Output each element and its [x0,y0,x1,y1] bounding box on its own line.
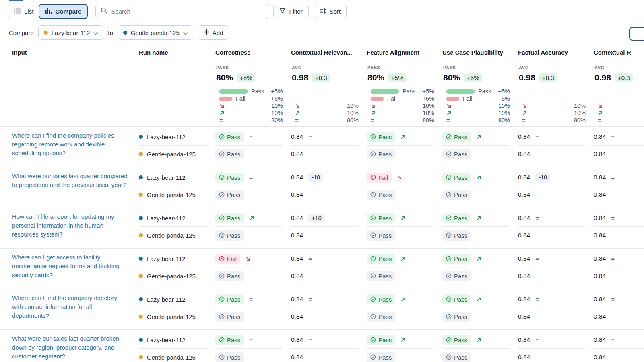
metric-cell-factual-accuracy: 0.84=0.84 [518,210,594,244]
metric-cell-content: 0.84 [518,308,594,325]
legend-fail-row: Fail+5% [443,95,510,102]
comparison-run-dropdown[interactable]: Gentle-panda-125 [118,25,193,40]
list-view-button[interactable]: List [8,4,39,19]
metric-cell-content: Pass [367,227,442,244]
pass-badge: Pass [215,213,244,223]
trend-up-icon [400,134,406,140]
metric-cell-feature-alignment: PassPass [367,250,442,284]
check-circle-icon [219,354,225,360]
input-question-link[interactable]: What were our sales last quarter broken … [12,334,128,361]
input-question-link[interactable]: Where can I find the company directory w… [12,294,128,320]
score-value: 0.84 [594,232,606,239]
metric-cell-content: 0.84= [594,169,644,186]
run-dot [139,297,143,301]
sort-button[interactable]: Sort [314,4,347,19]
compare-to-label: to [108,29,113,36]
check-circle-icon [370,134,376,140]
legend-up-row: 10% [367,109,434,117]
baseline-run-name: Lazy-bear-112 [52,29,90,36]
score-value: 0.84 [594,272,606,280]
metric-cell-content: 0.84= [518,128,594,145]
table-row[interactable]: How can I file a report for updating my … [0,208,644,249]
column-header-correctness: Correctness [215,47,291,56]
metric-cell-use-case-plausibility: PassPass [442,169,518,203]
metric-cell-feature-alignment: PassPass [367,291,442,325]
summary-stat-delta: +0.3 [615,73,633,82]
metric-cell-correctness: Pass=Pass [215,331,291,362]
input-question-link[interactable]: How can I file a report for updating my … [12,212,128,239]
table-row[interactable]: Where can I find the company policies re… [0,127,644,167]
metric-cell-content: Pass [442,169,518,186]
filter-button[interactable]: Filter [273,4,308,19]
table-row[interactable]: What were our sales last quarter compare… [0,167,644,208]
compare-bar-label: Compare [9,29,34,36]
filter-icon [279,8,286,15]
metric-cell-content: Pass= [215,169,291,186]
input-question-link[interactable]: Where can I find the company policies re… [12,131,128,158]
run-name-label: Lazy-bear-112 [147,174,186,181]
trend-down-icon [246,256,251,261]
run-name-cell: Lazy-bear-112 [139,331,215,348]
check-circle-icon [370,354,376,360]
run-dot [139,152,143,156]
pass-badge: Pass [442,294,471,304]
trend-equal-icon: = [535,215,539,222]
score-value: 0.84 [291,296,303,303]
table-row[interactable]: What were our sales last quarter broken … [0,330,644,362]
score-value: 0.84 [291,255,303,262]
metric-cell-correctness: Pass=Pass [215,169,291,203]
score-value: 0.84 [518,272,530,280]
table-row[interactable]: Where can I get access to facility maint… [0,249,644,289]
table-row[interactable]: Where can I find the company directory w… [0,289,644,330]
metric-cell-content: 0.84 [594,349,644,362]
run-cell: Lazy-bear-112Gentle-panda-125 [139,128,215,162]
run-name-cell: Gentle-panda-125 [139,227,215,244]
pass-badge: Pass [367,254,395,264]
run-name-label: Gentle-panda-125 [147,191,196,198]
pass-badge: Pass [442,132,471,142]
filter-label: Filter [289,8,302,15]
metric-cell-contextual-r: 0.84=0.84 [594,291,644,325]
search-input[interactable] [111,8,263,15]
metric-cell-content: Fail [215,250,291,267]
legend-up-row: 10% [443,109,510,117]
input-question-link[interactable]: Where can I get access to facility maint… [12,253,128,280]
input-question-link[interactable]: What were our sales last quarter compare… [12,172,128,189]
metric-cell-content: 0.84= [518,331,594,348]
metric-cell-contextual-relevan: 0.84-100.84 [291,169,367,203]
check-circle-icon [370,215,376,221]
metric-cell-content: Pass [442,267,518,284]
legend-down-row: 10% [292,102,359,109]
check-circle-icon [370,337,376,343]
metric-cell-content: 0.84= [518,210,594,226]
metric-cell-content: 0.84= [594,210,644,226]
legend-down-row: 10% [216,102,283,109]
pass-badge: Pass [367,190,395,200]
metric-cell-content: Pass [442,186,518,203]
trend-up-icon [400,297,406,302]
table-body: Where can I find the company policies re… [0,127,644,362]
pass-badge: Pass [442,213,471,223]
score-value: 0.84 [518,296,530,303]
trend-equal-icon: = [611,174,615,181]
score-value: 0.84 [291,313,303,320]
score-value: 0.84 [518,174,530,181]
compare-view-button[interactable]: Compare [39,4,88,19]
summary-legend: Pass+5%Fail+5%10%10%=80% [443,88,510,124]
check-circle-icon [370,151,376,157]
trend-up-icon [400,337,406,343]
trend-up-icon [476,256,481,261]
pass-badge: Pass [215,335,244,345]
trend-up-icon [400,216,406,221]
pass-badge: Pass [367,132,395,142]
add-run-button[interactable]: Add [198,25,229,40]
cutoff-action-button[interactable] [629,27,644,41]
metric-cell-content: 0.84 [291,227,367,244]
comparison-run-name: Gentle-panda-125 [131,29,180,36]
score-value: 0.84 [518,150,530,158]
summary-stat-row: 0.98+0.3 [594,73,644,82]
baseline-run-dropdown[interactable]: Lazy-bear-112 [38,25,104,40]
comparison-table: Input Run name CorrectnessContextual Rel… [0,43,644,362]
metric-cell-content: Fail [367,169,442,186]
metric-cell-contextual-relevan: 0.84+100.84 [291,210,367,244]
